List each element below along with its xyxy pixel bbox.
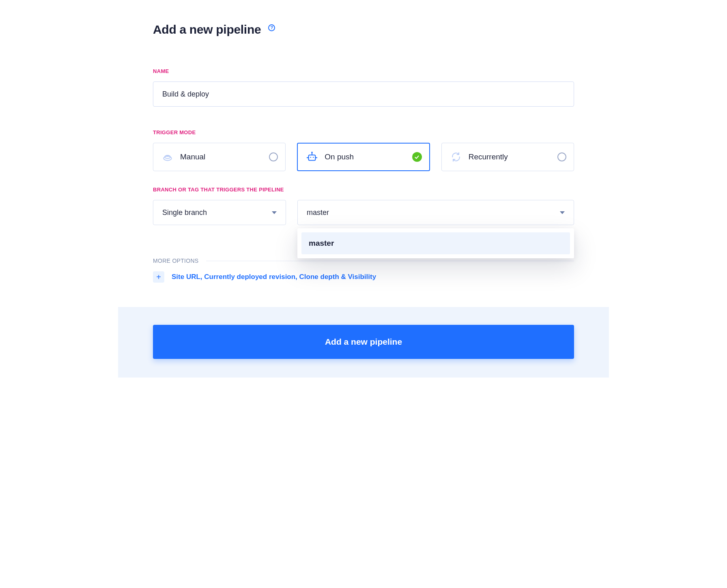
trigger-recurrently-label: Recurrently	[469, 152, 551, 161]
caret-down-icon	[560, 211, 565, 214]
trigger-option-on-push[interactable]: On push	[297, 143, 430, 171]
plus-icon: +	[153, 271, 164, 283]
caret-down-icon	[272, 211, 277, 214]
branch-dropdown-panel: master	[297, 228, 574, 258]
trigger-option-recurrently[interactable]: Recurrently	[441, 143, 574, 171]
radio-unchecked-icon	[269, 152, 278, 161]
branch-option-master[interactable]: master	[301, 232, 570, 254]
pipeline-name-input[interactable]	[153, 82, 574, 107]
name-label: NAME	[153, 68, 574, 74]
svg-point-9	[313, 157, 314, 158]
trigger-mode-label: TRIGGER MODE	[153, 129, 574, 135]
branch-scope-select[interactable]: Single branch	[153, 200, 286, 225]
branch-scope-value: Single branch	[162, 208, 207, 217]
check-icon	[412, 152, 422, 162]
add-pipeline-button[interactable]: Add a new pipeline	[153, 325, 574, 359]
more-options-text: Site URL, Currently deployed revision, C…	[172, 273, 376, 281]
svg-rect-3	[309, 155, 316, 160]
robot-icon	[306, 151, 318, 163]
trigger-on-push-label: On push	[325, 152, 405, 161]
radio-unchecked-icon	[557, 152, 566, 161]
divider	[206, 261, 574, 261]
svg-point-5	[311, 152, 313, 153]
help-icon[interactable]: ?	[268, 24, 275, 31]
branch-name-select[interactable]: master	[297, 200, 574, 225]
more-options-toggle[interactable]: + Site URL, Currently deployed revision,…	[153, 271, 574, 283]
branch-name-value: master	[307, 208, 329, 217]
svg-point-2	[166, 155, 169, 157]
trigger-manual-label: Manual	[180, 152, 262, 161]
page-title: Add a new pipeline	[153, 23, 261, 36]
more-options-label: MORE OPTIONS	[153, 258, 199, 264]
svg-point-8	[310, 157, 312, 158]
trigger-option-manual[interactable]: Manual	[153, 143, 286, 171]
refresh-icon	[450, 151, 462, 163]
manual-icon	[161, 151, 174, 163]
branch-trigger-label: BRANCH OR TAG THAT TRIGGERS THE PIPELINE	[153, 187, 574, 193]
